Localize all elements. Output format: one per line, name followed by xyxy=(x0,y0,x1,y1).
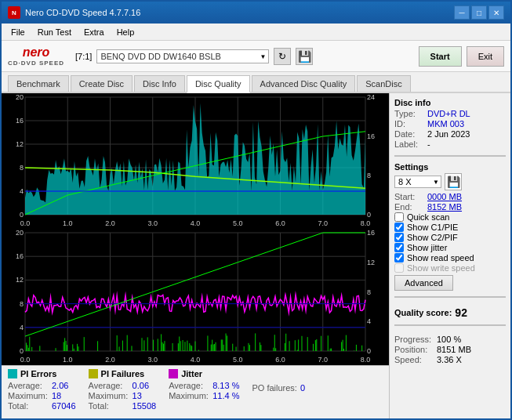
pi-failures-avg-label: Average: xyxy=(89,381,129,390)
pi-failures-max-label: Maximum: xyxy=(89,391,129,400)
settings-title: Settings xyxy=(394,162,506,172)
toolbar: nero CD·DVD SPEED [7:1] BENQ DVD DD DW16… xyxy=(2,41,510,72)
position-value: 8151 MB xyxy=(437,345,471,354)
minimize-button[interactable]: ─ xyxy=(454,5,470,20)
menu-file[interactable]: File xyxy=(5,26,31,38)
right-panel: Disc info Type: DVD+R DL ID: MKM 003 Dat… xyxy=(389,93,510,418)
stat-group-pi-failures: PI Failures Average: 0.06 Maximum: 13 To… xyxy=(89,369,157,411)
pi-failures-label: PI Failures xyxy=(101,369,145,378)
pi-errors-avg-val: 2.06 xyxy=(52,381,68,390)
charts-container xyxy=(2,93,389,365)
progress-value: 100 % xyxy=(437,335,461,344)
end-value[interactable]: 8152 MB xyxy=(427,202,462,212)
jitter-max-label: Maximum: xyxy=(169,391,209,400)
quality-score-section: Quality score: 92 xyxy=(394,306,506,319)
label-label: Label: xyxy=(394,139,424,149)
pi-failures-total-label: Total: xyxy=(89,401,129,411)
disc-info-section: Disc info Type: DVD+R DL ID: MKM 003 Dat… xyxy=(394,98,506,150)
tab-scan-disc[interactable]: ScanDisc xyxy=(357,75,410,92)
nero-brand: nero xyxy=(23,45,50,60)
cdspeed-brand: CD·DVD SPEED xyxy=(8,60,64,67)
main-content: PI Errors Average: 2.06 Maximum: 18 Tota… xyxy=(2,93,510,418)
drive-label-bracket: [7:1] xyxy=(75,52,92,61)
label-value: - xyxy=(427,139,430,149)
pi-errors-max-label: Maximum: xyxy=(8,391,49,400)
pi-failures-max-val: 13 xyxy=(133,391,142,400)
show-read-speed-label: Show read speed xyxy=(407,253,474,262)
tab-create-disc[interactable]: Create Disc xyxy=(71,75,133,92)
speed-label: Speed: xyxy=(394,355,434,364)
pi-errors-total-label: Total: xyxy=(8,401,49,411)
show-write-speed-label: Show write speed xyxy=(407,263,475,273)
tab-disc-info[interactable]: Disc Info xyxy=(134,75,185,92)
jitter-label: Jitter xyxy=(181,369,202,378)
progress-label: Progress: xyxy=(394,335,434,344)
nero-logo: nero CD·DVD SPEED xyxy=(8,45,64,67)
pi-failures-color xyxy=(89,369,98,378)
jitter-avg-val: 8.13 % xyxy=(212,381,239,390)
stats-bar: PI Errors Average: 2.06 Maximum: 18 Tota… xyxy=(2,365,389,418)
date-value: 2 Jun 2023 xyxy=(427,129,470,139)
speed-selector[interactable]: 8 X Max 4 X 6 X 12 X xyxy=(394,176,441,188)
refresh-icon[interactable]: ↻ xyxy=(274,48,291,65)
jitter-avg-label: Average: xyxy=(169,381,209,390)
stat-group-po-failures: PO failures: 0 xyxy=(252,383,305,393)
show-c2pif-label: Show C2/PIF xyxy=(407,233,458,242)
speed-combo-wrap: 8 X Max 4 X 6 X 12 X xyxy=(394,176,441,188)
save-icon[interactable]: 💾 xyxy=(296,48,313,65)
show-jitter-label: Show jitter xyxy=(407,243,447,252)
stat-group-pi-errors: PI Errors Average: 2.06 Maximum: 18 Tota… xyxy=(8,369,76,411)
tab-disc-quality[interactable]: Disc Quality xyxy=(187,75,250,93)
stat-group-jitter: Jitter Average: 8.13 % Maximum: 11.4 % xyxy=(169,369,239,400)
tabs-bar: Benchmark Create Disc Disc Info Disc Qua… xyxy=(2,72,510,93)
tab-benchmark[interactable]: Benchmark xyxy=(8,75,69,92)
show-read-speed-checkbox[interactable] xyxy=(394,253,404,262)
disc-quality-chart xyxy=(2,93,389,365)
drive-selector-wrap: BENQ DVD DD DW1640 BSLB xyxy=(96,49,269,63)
pi-failures-total-val: 15508 xyxy=(133,401,157,411)
type-value: DVD+R DL xyxy=(427,109,470,118)
pi-errors-label: PI Errors xyxy=(20,369,56,378)
show-jitter-checkbox[interactable] xyxy=(394,243,404,252)
type-label: Type: xyxy=(394,109,424,118)
app-title: Nero CD-DVD Speed 4.7.7.16 xyxy=(25,8,140,17)
show-c1pie-checkbox[interactable] xyxy=(394,223,404,232)
maximize-button[interactable]: □ xyxy=(471,5,487,20)
exit-button[interactable]: Exit xyxy=(467,46,504,67)
title-bar: N Nero CD-DVD Speed 4.7.7.16 ─ □ ✕ xyxy=(2,2,510,24)
show-c1pie-label: Show C1/PIE xyxy=(407,223,458,232)
jitter-max-val: 11.4 % xyxy=(212,391,239,400)
menu-extra[interactable]: Extra xyxy=(78,26,111,38)
pi-errors-color xyxy=(8,369,17,378)
pi-errors-total-val: 67046 xyxy=(52,401,76,411)
date-label: Date: xyxy=(394,129,424,139)
settings-section: Settings 8 X Max 4 X 6 X 12 X 💾 St xyxy=(394,162,506,291)
quick-scan-checkbox[interactable] xyxy=(394,212,404,222)
show-c2pif-checkbox[interactable] xyxy=(394,233,404,242)
advanced-button[interactable]: Advanced xyxy=(394,275,453,291)
close-button[interactable]: ✕ xyxy=(488,5,504,20)
charts-stats-panel: PI Errors Average: 2.06 Maximum: 18 Tota… xyxy=(2,93,389,418)
jitter-color xyxy=(169,369,178,378)
menu-help[interactable]: Help xyxy=(111,26,141,38)
pi-errors-avg-label: Average: xyxy=(8,381,49,390)
start-value[interactable]: 0000 MB xyxy=(427,192,462,201)
pi-errors-max-val: 18 xyxy=(52,391,61,400)
app-icon: N xyxy=(8,6,20,19)
start-button[interactable]: Start xyxy=(419,46,462,67)
tab-advanced-disc-quality[interactable]: Advanced Disc Quality xyxy=(252,75,356,92)
menu-run-test[interactable]: Run Test xyxy=(31,26,78,38)
quick-scan-label: Quick scan xyxy=(407,212,449,222)
show-write-speed-checkbox xyxy=(394,263,404,273)
menu-bar: File Run Test Extra Help xyxy=(2,24,510,41)
quality-score-label: Quality score: xyxy=(394,308,452,317)
start-label: Start: xyxy=(394,192,424,201)
speed-value: 3.36 X xyxy=(437,355,462,364)
end-label: End: xyxy=(394,202,424,212)
position-label: Position: xyxy=(394,345,434,354)
po-failures-val: 0 xyxy=(300,383,305,393)
drive-selector[interactable]: BENQ DVD DD DW1640 BSLB xyxy=(96,49,269,63)
settings-save-icon[interactable]: 💾 xyxy=(445,173,462,190)
quality-score-value: 92 xyxy=(455,306,467,319)
pi-failures-avg-val: 0.06 xyxy=(133,381,149,390)
